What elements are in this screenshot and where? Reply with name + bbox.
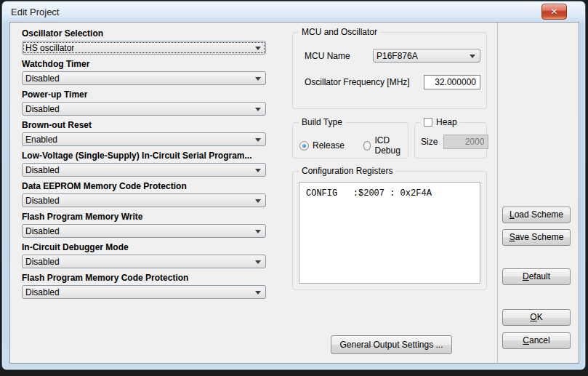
dialog-body: Oscillator Selection HS oscillator Watch… <box>9 22 579 364</box>
chevron-down-icon <box>255 77 261 81</box>
configuration-registers-text[interactable]: CONFIG :$2007 : 0x2F4A <box>299 182 480 284</box>
build-type-group: Build Type Release ICD Debug <box>292 122 408 159</box>
configuration-registers-group: Configuration Registers CONFIG :$2007 : … <box>292 171 487 290</box>
flash-code-protection-dropdown[interactable]: Disabled <box>22 285 266 299</box>
ok-button[interactable]: OK <box>502 309 571 326</box>
chevron-down-icon <box>255 138 261 142</box>
group-title: MCU and Oscillator <box>299 27 380 37</box>
chevron-down-icon <box>255 169 261 172</box>
power-up-timer-dropdown[interactable]: Disabled <box>22 102 266 116</box>
field-label: Brown-out Reset <box>22 120 266 130</box>
general-output-settings-button[interactable]: General Output Settings ... <box>331 335 452 354</box>
radio-icon[interactable] <box>299 141 309 151</box>
heap-label: Heap <box>436 117 457 127</box>
heap-size-label: Size <box>421 137 438 147</box>
config-fields-panel: Oscillator Selection HS oscillator Watch… <box>22 28 266 303</box>
field-row-brown-out-reset: Brown-out Reset Enabled <box>22 120 266 146</box>
field-row-data-eeprom-protection: Data EEPROM Memory Code Protection Disab… <box>22 181 266 207</box>
icd-mode-dropdown[interactable]: Disabled <box>22 255 266 268</box>
field-row-flash-memory-write: Flash Program Memory Write Disabled <box>22 212 266 238</box>
edit-project-dialog: Edit Project ✕ Oscillator Selection HS o… <box>1 1 586 370</box>
data-eeprom-protection-dropdown[interactable]: Disabled <box>22 193 266 207</box>
field-row-watchdog-timer: Watchdog Timer Disabled <box>22 59 266 85</box>
field-row-oscillator-selection: Oscillator Selection HS oscillator <box>22 28 266 55</box>
field-row-icd-mode: In-Circuit Debugger Mode Disabled <box>22 242 266 268</box>
cancel-button[interactable]: Cancel <box>502 332 571 349</box>
field-label: Flash Program Memory Write <box>22 212 266 222</box>
mcu-name-label: MCU Name <box>305 51 350 61</box>
chevron-down-icon <box>255 47 261 50</box>
group-title: Configuration Registers <box>299 166 395 176</box>
build-type-release-option[interactable]: Release <box>299 140 345 151</box>
field-label: Oscillator Selection <box>22 28 266 39</box>
oscillator-selection-dropdown[interactable]: HS oscillator <box>22 41 266 55</box>
save-scheme-button[interactable]: Save Scheme <box>502 229 571 246</box>
radio-label: ICD Debug <box>374 135 408 156</box>
chevron-down-icon <box>255 199 261 203</box>
field-label: Watchdog Timer <box>22 59 266 69</box>
field-row-flash-code-protection: Flash Program Memory Code Protection Dis… <box>22 273 266 299</box>
close-icon: ✕ <box>550 7 557 17</box>
brown-out-reset-dropdown[interactable]: Enabled <box>22 132 266 146</box>
field-label: Flash Program Memory Code Protection <box>22 273 266 283</box>
default-button[interactable]: Default <box>502 268 571 285</box>
mcu-oscillator-group: MCU and Oscillator MCU Name P16F876A Osc… <box>292 32 487 109</box>
radio-label: Release <box>313 140 345 151</box>
field-label: Data EEPROM Memory Code Protection <box>22 181 266 191</box>
flash-memory-write-dropdown[interactable]: Disabled <box>22 224 266 238</box>
heap-legend: Heap <box>421 117 460 127</box>
oscillator-frequency-row: Oscillator Frequency [MHz] <box>305 75 480 89</box>
titlebar[interactable]: Edit Project <box>2 1 585 22</box>
low-voltage-icsp-dropdown[interactable]: Disabled <box>22 163 266 177</box>
close-button[interactable]: ✕ <box>541 4 567 20</box>
dialog-title: Edit Project <box>11 7 59 17</box>
radio-icon[interactable] <box>363 141 371 151</box>
mcu-name-row: MCU Name P16F876A <box>305 49 480 63</box>
oscillator-frequency-label: Oscillator Frequency [MHz] <box>305 77 410 87</box>
chevron-down-icon <box>470 55 475 58</box>
vertical-separator <box>497 23 498 363</box>
field-label: In-Circuit Debugger Mode <box>22 242 266 252</box>
build-type-icd-debug-option[interactable]: ICD Debug <box>363 135 408 156</box>
chevron-down-icon <box>255 108 261 111</box>
field-row-power-up-timer: Power-up Timer Disabled <box>22 89 266 116</box>
load-scheme-button[interactable]: Load Scheme <box>502 207 571 223</box>
heap-checkbox[interactable] <box>424 118 432 127</box>
mcu-name-dropdown[interactable]: P16F876A <box>373 49 480 63</box>
heap-group: Heap Size <box>414 122 487 159</box>
field-row-low-voltage-icsp: Low-Voltage (Single-Supply) In-Circuit S… <box>22 151 266 177</box>
chevron-down-icon <box>255 291 261 295</box>
chevron-down-icon <box>255 230 261 233</box>
field-label: Low-Voltage (Single-Supply) In-Circuit S… <box>22 151 266 161</box>
chevron-down-icon <box>255 260 261 264</box>
heap-size-input[interactable] <box>443 135 488 149</box>
group-title: Build Type <box>299 117 345 127</box>
watchdog-timer-dropdown[interactable]: Disabled <box>22 71 266 85</box>
oscillator-frequency-input[interactable] <box>424 75 480 89</box>
field-label: Power-up Timer <box>22 89 266 100</box>
